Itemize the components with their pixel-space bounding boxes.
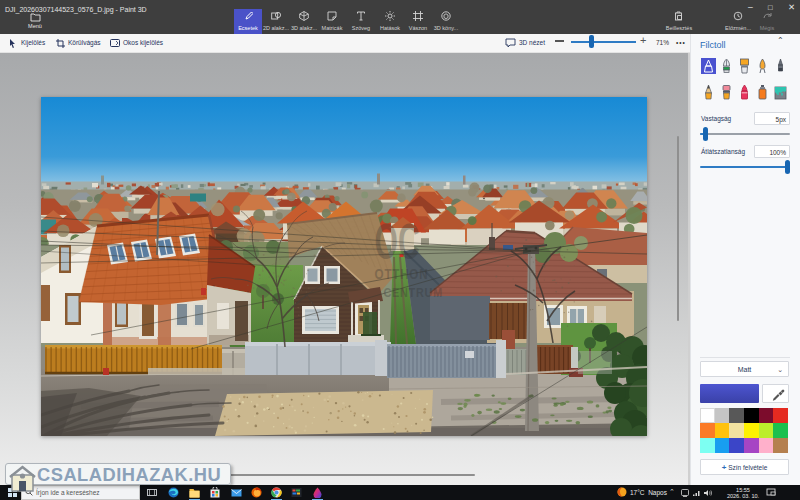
svg-text:OC: OC xyxy=(375,214,420,270)
svg-text:CENTRUM: CENTRUM xyxy=(383,285,443,300)
svg-text:OTTHON: OTTHON xyxy=(375,266,429,283)
